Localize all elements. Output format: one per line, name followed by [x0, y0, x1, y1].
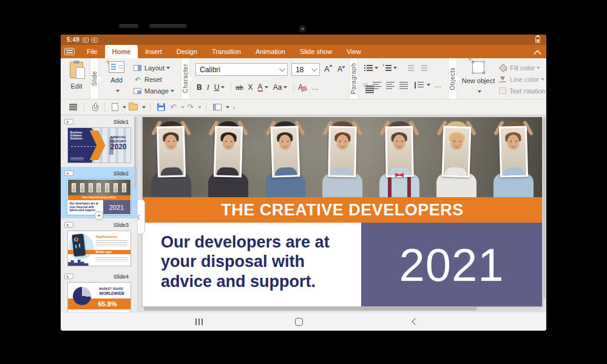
- underline-button[interactable]: U: [214, 83, 225, 92]
- chevron-down-icon: [265, 86, 268, 89]
- transition-indicator-icon[interactable]: [64, 119, 73, 124]
- tab-home[interactable]: Home: [105, 45, 138, 58]
- slide-body-textbox[interactable]: Our developers are at your disposal with…: [143, 223, 361, 306]
- chevron-down-icon: [171, 90, 174, 92]
- recents-button[interactable]: [195, 318, 203, 325]
- slide-body-text: Our developers are at your disposal with…: [161, 232, 346, 291]
- slide2-label: Slide2: [73, 170, 129, 177]
- layout-button[interactable]: Layout: [134, 62, 174, 73]
- group-label-character: Character: [181, 58, 190, 99]
- keyboard-icon[interactable]: [64, 48, 75, 55]
- align-center-icon[interactable]: [373, 81, 381, 89]
- slide2-thumbnail[interactable]: THE CREATIVE DEVELOPERS Our developers a…: [67, 179, 131, 215]
- home-button[interactable]: [295, 318, 303, 326]
- increase-indent-icon[interactable]: [419, 64, 427, 72]
- thumbnail-scrollbar[interactable]: [134, 116, 137, 188]
- slide1-thumbnail[interactable]: Business Software Solutions ANNUAL REPOR…: [67, 127, 131, 163]
- slide4-cell: Slide4 65.8% MARKET SHARE WORLDWIDE: [61, 270, 137, 312]
- tab-file[interactable]: File: [80, 45, 105, 58]
- redo-icon[interactable]: ↷: [187, 103, 194, 111]
- save-icon[interactable]: [157, 103, 165, 111]
- transition-indicator-icon[interactable]: [64, 274, 73, 279]
- transition-indicator-icon[interactable]: [64, 170, 73, 176]
- chevron-down-icon: [279, 66, 285, 72]
- edit-button[interactable]: Edit: [66, 62, 87, 91]
- tab-design[interactable]: Design: [169, 45, 205, 58]
- font-size-select[interactable]: 18: [291, 63, 320, 76]
- text-rotation-button[interactable]: Text rotation: [499, 85, 546, 96]
- chevron-down-icon[interactable]: [142, 106, 146, 109]
- panel-collapse-handle[interactable]: [138, 199, 145, 234]
- chevron-down-icon[interactable]: [226, 106, 229, 109]
- line-color-button[interactable]: Line color: [499, 73, 546, 85]
- tab-view[interactable]: View: [339, 45, 368, 58]
- touch-mode-icon[interactable]: [91, 103, 98, 111]
- more-paragraph-options[interactable]: …: [434, 81, 442, 89]
- back-button[interactable]: [412, 318, 418, 325]
- font-name-select[interactable]: Calibri: [195, 63, 288, 76]
- chevron-down-icon[interactable]: [181, 106, 185, 109]
- new-document-icon[interactable]: [112, 103, 118, 111]
- horizontal-scrollbar[interactable]: [144, 307, 540, 311]
- fill-color-button[interactable]: Fill color: [499, 62, 546, 73]
- slide-year: 2021: [399, 238, 504, 291]
- add-slide-here-button[interactable]: +: [95, 211, 104, 220]
- chevron-down-icon[interactable]: [123, 106, 126, 109]
- vertical-scrollbar[interactable]: [543, 117, 546, 299]
- numbered-list-icon[interactable]: [383, 64, 392, 72]
- power-button[interactable]: [119, 24, 138, 28]
- highlight-button[interactable]: A: [298, 83, 303, 92]
- chevron-down-icon: [478, 90, 481, 93]
- tab-insert[interactable]: Insert: [138, 45, 169, 58]
- battery-icon: [535, 36, 540, 43]
- grow-font-button[interactable]: A: [324, 64, 330, 73]
- font-color-button[interactable]: A: [258, 83, 268, 92]
- slide1-label: Slide1: [73, 119, 129, 125]
- tablet-device: 5:49 File Home Insert Design Transition …: [0, 0, 607, 364]
- android-status-bar: 5:49: [61, 35, 546, 45]
- line-spacing-icon[interactable]: [414, 81, 424, 89]
- transition-indicator-icon[interactable]: [64, 222, 73, 228]
- undo-icon[interactable]: ↶: [170, 103, 177, 111]
- new-object-button[interactable]: + New object: [461, 61, 495, 96]
- shrink-font-button[interactable]: A: [337, 65, 342, 73]
- chevron-down-icon: [427, 84, 430, 86]
- slide4-thumbnail[interactable]: 65.8% MARKET SHARE WORLDWIDE: [67, 282, 131, 312]
- slide-editor-area[interactable]: THE CREATIVE DEVELOPERS Our developers a…: [138, 115, 546, 312]
- quick-access-toolbar: ↶ ↷ ›: [61, 99, 546, 115]
- collapse-ribbon-icon[interactable]: [535, 49, 540, 55]
- volume-rocker[interactable]: [149, 24, 187, 28]
- align-left-button[interactable]: [363, 83, 368, 87]
- tab-animation[interactable]: Animation: [248, 45, 293, 58]
- toolbar-overflow-icon[interactable]: ›: [233, 104, 236, 111]
- bold-button[interactable]: B: [197, 83, 202, 92]
- change-case-button[interactable]: Aa: [273, 83, 288, 92]
- sidebar-toggle-icon[interactable]: [69, 104, 77, 110]
- reset-button[interactable]: ↶ Reset: [134, 73, 174, 85]
- chevron-down-icon[interactable]: [198, 106, 202, 109]
- strikethrough-button[interactable]: ab: [236, 84, 243, 91]
- justify-icon[interactable]: [399, 81, 408, 89]
- horizontal-scrollbar-thumb[interactable]: [144, 307, 477, 311]
- current-slide-canvas[interactable]: THE CREATIVE DEVELOPERS Our developers a…: [143, 117, 542, 306]
- decrease-indent-icon[interactable]: [405, 64, 414, 72]
- manage-button[interactable]: Manage: [134, 85, 174, 96]
- subscript-button[interactable]: X: [248, 83, 253, 92]
- new-object-icon: +: [472, 61, 484, 73]
- more-character-options[interactable]: …: [311, 83, 319, 92]
- align-right-icon[interactable]: [386, 81, 395, 89]
- front-camera: [299, 25, 307, 33]
- slide-title-textbox[interactable]: THE CREATIVE DEVELOPERS: [143, 197, 542, 223]
- slide-year-textbox[interactable]: 2021: [361, 223, 542, 306]
- tab-slide-show[interactable]: Slide show: [293, 45, 339, 58]
- view-mode-icon[interactable]: [213, 104, 222, 110]
- open-file-icon[interactable]: [129, 104, 138, 110]
- chevron-down-icon: [393, 67, 397, 69]
- chevron-down-icon: [283, 86, 287, 89]
- slide3-thumbnail[interactable]: Applications Mobile apps: [67, 231, 131, 266]
- tab-transition[interactable]: Transition: [205, 45, 248, 58]
- add-slide-button[interactable]: + Add: [103, 61, 130, 96]
- group-label-paragraph: Paragraph: [349, 58, 358, 99]
- bullet-list-icon[interactable]: [364, 64, 373, 72]
- italic-button[interactable]: I: [207, 83, 209, 92]
